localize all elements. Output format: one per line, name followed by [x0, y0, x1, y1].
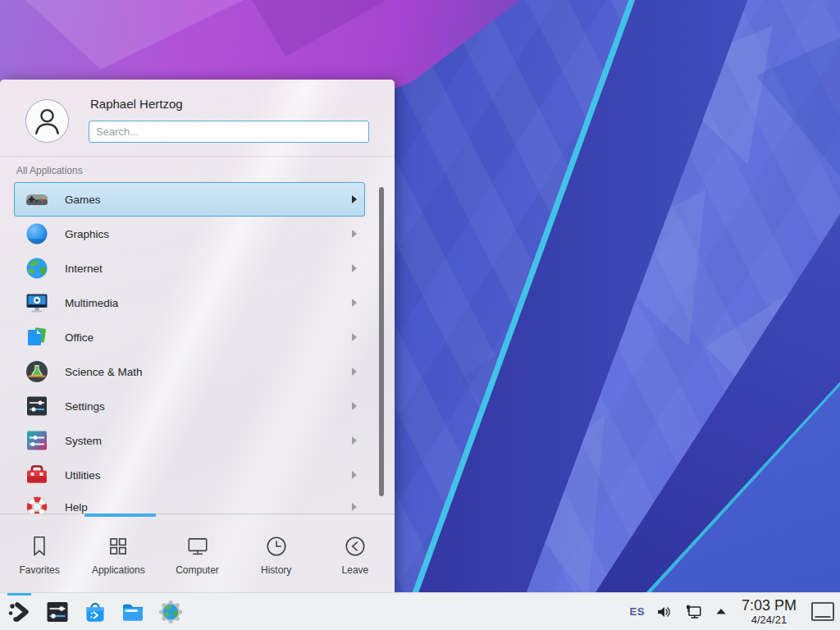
category-label: System [65, 435, 352, 447]
app-launcher-button[interactable] [7, 599, 33, 625]
category-label: Utilities [65, 469, 352, 482]
system-settings-button[interactable] [44, 599, 71, 625]
category-label: Games [65, 194, 352, 206]
category-row-games[interactable]: Games [14, 182, 365, 217]
category-label: Help [65, 501, 352, 514]
sphere-icon [24, 221, 50, 247]
kde-launcher-icon [7, 599, 33, 625]
system-tray: ES [630, 593, 837, 630]
tab-computer[interactable]: Computer [158, 514, 236, 593]
user-name: Raphael Hertzog [90, 97, 183, 111]
submenu-arrow-icon [352, 333, 357, 341]
category-row-office[interactable]: Office [14, 320, 365, 354]
tab-history[interactable]: History [237, 514, 316, 593]
category-list: Games Graphics [0, 182, 395, 514]
section-label: All Applications [16, 165, 83, 176]
discover-button[interactable] [82, 599, 108, 625]
keyboard-layout-indicator[interactable]: ES [630, 605, 645, 618]
clock[interactable]: 7:03 PM 4/24/21 [742, 598, 797, 625]
launcher-tabbar: Favorites Applications C [0, 514, 395, 593]
globe-icon [24, 255, 50, 281]
folder-icon [120, 599, 146, 625]
category-row-utilities[interactable]: Utilities [14, 458, 365, 492]
network-icon[interactable] [684, 602, 704, 622]
submenu-arrow-icon [352, 230, 357, 238]
submenu-arrow-icon [352, 402, 357, 410]
user-icon [26, 100, 68, 142]
grid-icon [106, 534, 130, 559]
search-input[interactable] [89, 121, 369, 143]
active-tab-indicator [84, 514, 156, 517]
application-launcher-menu: Raphael Hertzog All Applications [0, 80, 395, 592]
submenu-arrow-icon [352, 368, 357, 376]
taskbar-app-icons [7, 593, 184, 630]
category-label: Graphics [65, 228, 352, 240]
submenu-arrow-icon [352, 299, 357, 307]
show-desktop-icon [810, 601, 835, 622]
category-row-science-math[interactable]: Science & Math [14, 354, 365, 389]
clock-time: 7:03 PM [742, 598, 797, 613]
submenu-arrow-icon [352, 436, 357, 445]
submenu-arrow-icon [352, 195, 357, 203]
bookmark-icon [27, 534, 52, 559]
lifebuoy-icon [24, 494, 50, 514]
clock-icon [264, 534, 289, 559]
submenu-arrow-icon [352, 471, 357, 479]
toolbox-icon [24, 462, 50, 488]
documents-icon [24, 324, 50, 350]
category-label: Settings [65, 400, 352, 413]
category-label: Office [65, 331, 352, 344]
submenu-arrow-icon [352, 264, 357, 272]
tab-leave[interactable]: Leave [316, 514, 395, 593]
volume-icon[interactable] [655, 603, 673, 621]
tab-favorites[interactable]: Favorites [0, 514, 79, 593]
tab-applications[interactable]: Applications [79, 514, 158, 593]
leave-icon [343, 534, 368, 559]
file-manager-button[interactable] [120, 599, 146, 625]
category-row-multimedia[interactable]: Multimedia [14, 285, 365, 320]
monitor-play-icon [24, 290, 50, 316]
active-task-indicator [7, 593, 31, 596]
expand-tray-icon[interactable] [714, 605, 728, 619]
category-row-settings[interactable]: Settings [14, 389, 365, 423]
flask-icon [24, 358, 50, 385]
system-sliders-icon [24, 427, 50, 454]
clock-date: 4/24/21 [751, 614, 787, 625]
category-row-system[interactable]: System [14, 423, 365, 458]
user-avatar[interactable] [25, 99, 69, 143]
category-label: Science & Math [65, 366, 352, 378]
computer-icon [185, 534, 210, 559]
taskbar: ES [0, 592, 840, 630]
category-row-help[interactable]: Help [14, 492, 365, 514]
submenu-arrow-icon [352, 503, 357, 511]
discover-icon [82, 599, 108, 625]
list-scrollbar[interactable] [379, 187, 384, 496]
gamepad-icon [24, 186, 50, 212]
show-desktop-button[interactable] [810, 601, 835, 622]
desktop: Raphael Hertzog All Applications [0, 0, 840, 630]
category-label: Internet [65, 262, 352, 275]
category-row-graphics[interactable]: Graphics [14, 217, 365, 251]
launcher-header: Raphael Hertzog [0, 80, 395, 157]
category-row-internet[interactable]: Internet [14, 251, 365, 285]
web-browser-button[interactable] [158, 599, 184, 625]
system-settings-icon [44, 599, 71, 625]
browser-globe-icon [158, 599, 184, 625]
category-label: Multimedia [65, 297, 352, 309]
sliders-icon [24, 393, 50, 419]
